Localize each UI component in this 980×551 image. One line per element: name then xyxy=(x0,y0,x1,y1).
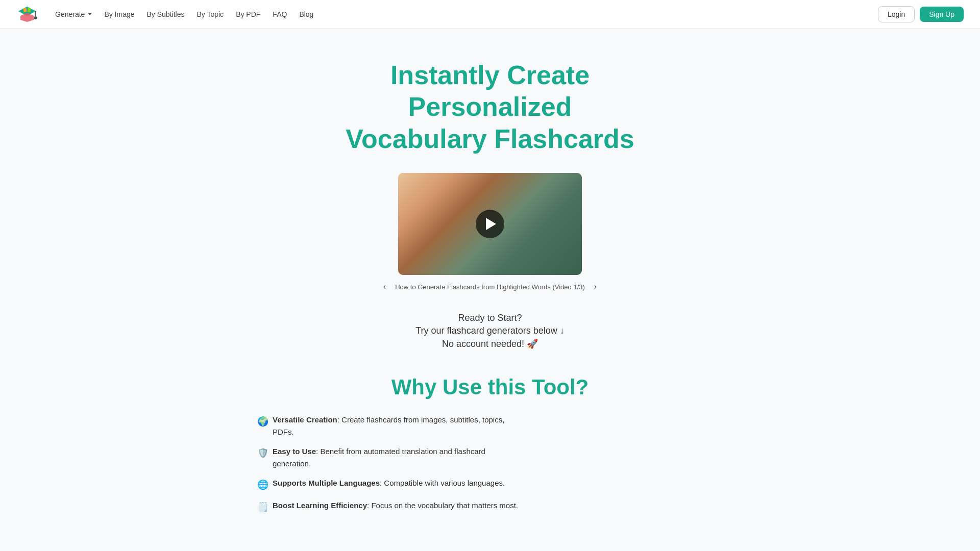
video-caption: How to Generate Flashcards from Highligh… xyxy=(395,283,585,291)
video-container[interactable] xyxy=(398,173,582,275)
brand-logo[interactable] xyxy=(16,4,38,25)
feature-text: Versatile Creation: Create flashcards fr… xyxy=(273,414,523,438)
nav-auth: Login Sign Up xyxy=(878,6,964,22)
feature-item: 🌐 Supports Multiple Languages: Compatibl… xyxy=(257,477,523,492)
nav-by-image[interactable]: By Image xyxy=(99,7,139,21)
feature-icon: 🛡️ xyxy=(257,446,268,461)
logo-icon xyxy=(16,4,38,25)
cta-line2: Try our flashcard generators below ↓ xyxy=(257,325,723,336)
nav-links: Generate By Image By Subtitles By Topic … xyxy=(50,7,874,21)
feature-icon: 🗒️ xyxy=(257,500,268,515)
feature-item: 🗒️ Boost Learning Efficiency: Focus on t… xyxy=(257,499,523,515)
nav-generate[interactable]: Generate xyxy=(50,7,97,21)
why-title: Why Use this Tool? xyxy=(257,375,723,399)
video-thumbnail xyxy=(398,173,582,275)
main-content: Instantly Create Personalized Vocabulary… xyxy=(245,29,735,535)
nav-by-subtitles[interactable]: By Subtitles xyxy=(142,7,190,21)
video-nav: ‹ How to Generate Flashcards from Highli… xyxy=(257,281,723,292)
video-prev-arrow[interactable]: ‹ xyxy=(380,281,389,292)
svg-point-4 xyxy=(34,16,37,19)
hero-title: Instantly Create Personalized Vocabulary… xyxy=(257,59,723,155)
cta-line3: No account needed! 🚀 xyxy=(257,338,723,349)
feature-item: 🛡️ Easy to Use: Benefit from automated t… xyxy=(257,445,523,470)
nav-blog[interactable]: Blog xyxy=(294,7,318,21)
svg-rect-3 xyxy=(35,11,36,17)
feature-text: Easy to Use: Benefit from automated tran… xyxy=(273,445,523,470)
feature-text: Boost Learning Efficiency: Focus on the … xyxy=(273,499,518,512)
feature-icon: 🌍 xyxy=(257,414,268,429)
svg-rect-6 xyxy=(27,8,31,12)
feature-icon: 🌐 xyxy=(257,478,268,492)
cta-section: Ready to Start? Try our flashcard genera… xyxy=(257,313,723,349)
nav-faq[interactable]: FAQ xyxy=(267,7,292,21)
navbar: Generate By Image By Subtitles By Topic … xyxy=(0,0,980,29)
feature-text: Supports Multiple Languages: Compatible … xyxy=(273,477,505,489)
nav-by-topic[interactable]: By Topic xyxy=(191,7,229,21)
nav-by-pdf[interactable]: By PDF xyxy=(231,7,265,21)
features-list: 🌍 Versatile Creation: Create flashcards … xyxy=(257,414,523,515)
play-button[interactable] xyxy=(476,210,504,238)
login-button[interactable]: Login xyxy=(878,6,915,22)
cta-line1: Ready to Start? xyxy=(257,313,723,323)
video-next-arrow[interactable]: › xyxy=(591,281,600,292)
signup-button[interactable]: Sign Up xyxy=(920,7,964,22)
feature-item: 🌍 Versatile Creation: Create flashcards … xyxy=(257,414,523,438)
